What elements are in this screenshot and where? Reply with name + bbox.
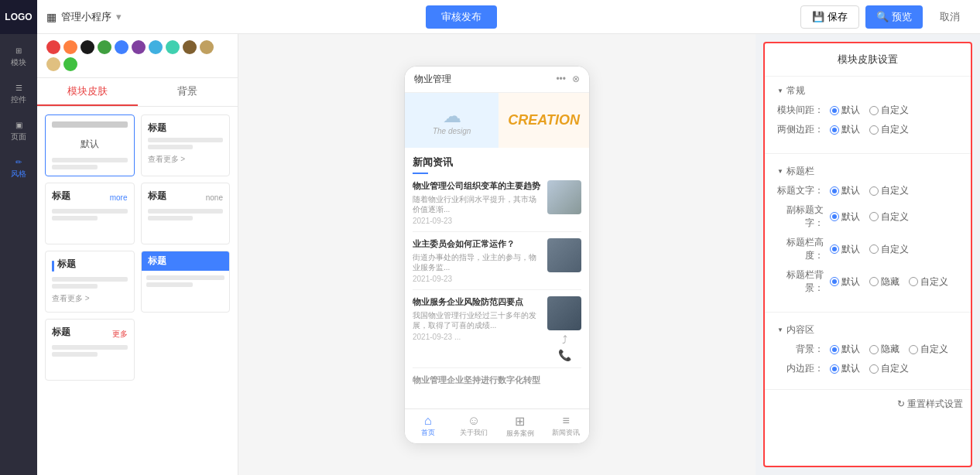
save-button[interactable]: 💾 保存 <box>800 5 859 29</box>
module-gap-default[interactable]: 默认 <box>830 104 860 117</box>
cases-icon: ⊞ <box>515 414 525 429</box>
topbar: LOGO ▦ 管理小程序 ▾ 审核发布 💾 保存 🔍 预览 取消 <box>0 0 980 34</box>
banner-left-content: ☁ The design <box>433 105 471 135</box>
setting-titlebar-bg: 标题栏背景： 默认 隐藏 自定义 <box>777 268 958 295</box>
phone-icon[interactable]: 📞 <box>558 349 571 361</box>
app-name: 管理小程序 <box>61 10 111 24</box>
side-margin-custom[interactable]: 自定义 <box>869 123 909 136</box>
titlebar-height-custom[interactable]: 自定义 <box>869 243 909 256</box>
news-item-2: 业主委员会如何正常运作？ 街道办事处的指导，业主的参与，物业服务监... 202… <box>413 238 581 290</box>
news-img-2-placeholder <box>547 238 581 272</box>
news-underline <box>413 173 428 174</box>
color-tan[interactable] <box>200 40 214 54</box>
title-text-default[interactable]: 默认 <box>830 184 860 197</box>
color-brown[interactable] <box>183 40 197 54</box>
radio-cbg-hide <box>869 345 879 354</box>
skin-card-default[interactable]: 默认 <box>45 114 135 176</box>
card-bar-icon <box>52 261 54 272</box>
sidebar-item-page[interactable]: ▣ 页面 <box>0 114 37 149</box>
skin-card-title3[interactable]: 标题 none <box>141 183 231 244</box>
submit-button[interactable]: 审核发布 <box>426 5 497 29</box>
radio-tt-custom <box>869 186 879 196</box>
news-item-3-right: ⤴ 📞 <box>547 296 581 361</box>
inner-padding-custom[interactable]: 自定义 <box>869 362 909 375</box>
card-title3-badge: none <box>206 193 223 202</box>
reset-button[interactable]: ↻ 重置样式设置 <box>897 398 963 411</box>
side-margin-default[interactable]: 默认 <box>830 123 860 136</box>
news-item-2-title: 业主委员会如何正常运作？ <box>413 238 541 250</box>
titlebar-bg-hide[interactable]: 隐藏 <box>869 275 899 289</box>
inner-padding-default[interactable]: 默认 <box>830 362 860 375</box>
tab-bg[interactable]: 背景 <box>138 78 238 106</box>
skin-card-title1[interactable]: 标题 查看更多 > <box>141 114 231 176</box>
color-blue[interactable] <box>115 40 128 54</box>
news-item-4-content: 物业管理企业坚持进行数字化转型 <box>413 374 581 388</box>
grid-view-icon: ▦ <box>46 11 57 23</box>
color-lightblue[interactable] <box>149 40 163 54</box>
color-teal[interactable] <box>166 40 180 54</box>
color-orange[interactable] <box>63 40 77 54</box>
content-bg-custom[interactable]: 自定义 <box>909 343 948 356</box>
radio-cbg-default <box>830 345 839 354</box>
nav-about[interactable]: ☺ 关于我们 <box>451 409 498 443</box>
tab-skin[interactable]: 模块皮肤 <box>37 78 138 106</box>
titlebar-bg-default[interactable]: 默认 <box>830 275 860 289</box>
color-purple[interactable] <box>132 40 146 54</box>
nav-about-label: 关于我们 <box>460 428 488 438</box>
phone-preview-area: 物业管理 ••• ⊗ ☁ The design CREA <box>238 34 756 475</box>
color-black[interactable] <box>81 40 94 54</box>
skin-card-title6[interactable]: 标题 更多 <box>45 319 135 381</box>
share-icon[interactable]: ⤴ <box>562 333 567 346</box>
setting-side-margin: 两侧边距： 默认 自定义 <box>777 123 958 136</box>
sidebar-item-style[interactable]: ✏ 风格 <box>0 152 37 186</box>
phone-bottom-nav: ⌂ 首页 ☺ 关于我们 ⊞ 服务案例 ≡ 新闻资讯 <box>405 408 589 443</box>
radio-side-custom <box>869 125 879 135</box>
main-area: ⊞ 模块 ☰ 控件 ▣ 页面 ✏ 风格 <box>0 34 980 475</box>
card-title2-label: 标题 <box>52 190 70 203</box>
titlebar-height-options: 默认 自定义 <box>830 243 909 256</box>
news-item-2-date: 2021-09-23 <box>413 275 541 283</box>
color-gold[interactable] <box>46 57 60 71</box>
card-title5-header: 标题 <box>142 251 230 271</box>
news-item-2-img <box>547 238 581 272</box>
content-bg-hide[interactable]: 隐藏 <box>869 343 899 356</box>
news-item-3: 物业服务企业风险防范四要点 我国物业管理行业经过三十多年的发展，取得了可喜的成绩… <box>413 296 581 368</box>
news-item-2-desc: 街道办事处的指导，业主的参与，物业服务监... <box>413 252 541 272</box>
style-icon: ✏ <box>15 158 22 166</box>
module-gap-custom[interactable]: 自定义 <box>869 104 909 117</box>
subtitle-custom[interactable]: 自定义 <box>869 210 909 224</box>
skin-card-title5[interactable]: 标题 <box>141 251 231 313</box>
preview-button[interactable]: 🔍 预览 <box>865 5 923 29</box>
block-icon: ⊞ <box>15 46 22 55</box>
cancel-button[interactable]: 取消 <box>929 6 971 28</box>
color-red[interactable] <box>46 40 60 54</box>
news-item-1-title: 物业管理公司组织变革的主要趋势 <box>413 180 541 192</box>
sidebar-label-page: 页面 <box>11 132 26 142</box>
more-icon[interactable]: ••• <box>556 73 566 84</box>
subtitle-default[interactable]: 默认 <box>830 210 860 224</box>
color-green[interactable] <box>98 40 111 54</box>
close-circle-icon[interactable]: ⊗ <box>572 73 580 84</box>
skin-grid: 默认 标题 查看更多 > 标题 more <box>37 107 238 388</box>
inner-padding-options: 默认 自定义 <box>830 362 909 375</box>
color-lime[interactable] <box>63 57 77 71</box>
reset-icon: ↻ <box>897 398 907 409</box>
titlebar-height-default[interactable]: 默认 <box>830 243 860 256</box>
skin-card-title2[interactable]: 标题 more <box>45 183 135 244</box>
nav-news[interactable]: ≡ 新闻资讯 <box>543 409 590 443</box>
titlebar-bg-custom[interactable]: 自定义 <box>909 275 948 289</box>
sidebar-item-control[interactable]: ☰ 控件 <box>0 77 37 111</box>
radio-ip-custom <box>869 364 879 374</box>
content-bg-default[interactable]: 默认 <box>830 343 860 356</box>
dropdown-icon[interactable]: ▾ <box>116 11 122 22</box>
setting-titlebar-bg-label: 标题栏背景： <box>777 268 824 295</box>
nav-home[interactable]: ⌂ 首页 <box>405 409 451 443</box>
title-text-custom[interactable]: 自定义 <box>869 184 909 197</box>
setting-subtitle-text: 副标题文字： 默认 自定义 <box>777 203 958 230</box>
nav-cases[interactable]: ⊞ 服务案例 <box>497 409 543 443</box>
search-icon: 🔍 <box>876 11 889 22</box>
setting-title-text: 标题文字： 默认 自定义 <box>777 184 958 197</box>
sidebar-item-block[interactable]: ⊞ 模块 <box>0 40 37 74</box>
skin-card-title4[interactable]: 标题 查看更多 > <box>45 251 135 313</box>
setting-subtitle-label: 副标题文字： <box>777 203 824 230</box>
